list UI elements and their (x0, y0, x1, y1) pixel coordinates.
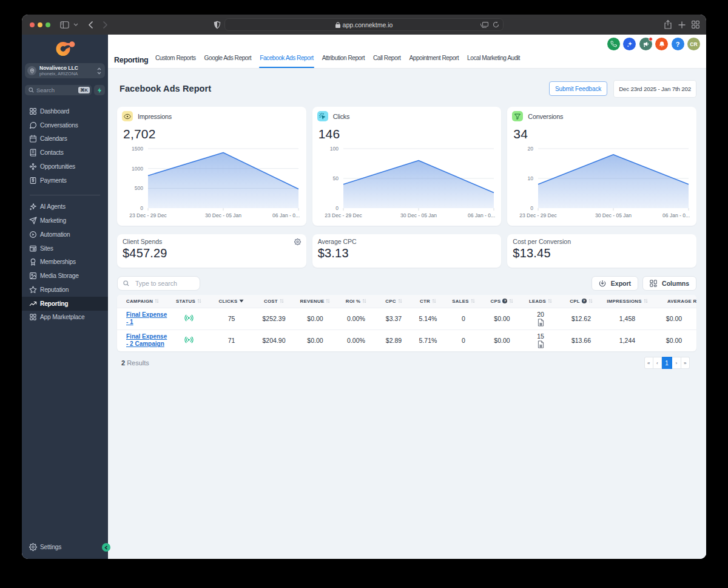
forward-icon[interactable] (103, 21, 108, 29)
tab-attribution-report[interactable]: Attribution Report (318, 55, 369, 68)
reporting-icon (29, 300, 37, 308)
marketing-icon (29, 217, 37, 225)
column-header-impressions[interactable]: IMPRESSIONS (603, 295, 652, 308)
svg-text:23 Dec - 29 Dec: 23 Dec - 29 Dec (325, 212, 362, 218)
campaign-link[interactable]: Final Expense - 2 Campaign (126, 333, 168, 348)
column-header-cpc[interactable]: CPC (376, 295, 411, 308)
export-button[interactable]: Export (592, 276, 638, 291)
table-search-input[interactable]: Type to search (117, 276, 200, 291)
account-location: phoneix, ARIZONA (39, 71, 97, 76)
sidebar-item-opportunities[interactable]: Opportunities (22, 160, 108, 174)
column-header-status[interactable]: STATUS (168, 295, 209, 308)
pagination-prev-button[interactable]: ‹ (653, 357, 662, 369)
table-body: Final Expense - 175$252.39$0.000.00%$3.3… (117, 308, 696, 351)
help-icon[interactable]: ? (672, 38, 684, 50)
page-preview-icon[interactable] (480, 22, 488, 28)
stat-card-header: Impressions (122, 111, 302, 121)
sidebar-collapse-button[interactable] (102, 543, 110, 552)
sidebar-item-app-marketplace[interactable]: App Marketplace (22, 311, 108, 325)
column-header-average_revenue[interactable]: AVERAGE REVENUE (652, 295, 696, 308)
tab-group-chevron-icon[interactable] (73, 23, 78, 26)
sidebar-item-label: Sites (40, 245, 53, 252)
sidebar-item-label: Memberships (40, 259, 76, 265)
date-range-picker[interactable]: Dec 23rd 2025 - Jan 7th 202 (613, 80, 696, 98)
columns-label: Columns (662, 280, 689, 287)
sidebar-item-contacts[interactable]: Contacts (22, 146, 108, 160)
sidebar-search-input[interactable]: Search ⌘K (25, 85, 92, 95)
app-body: Novaliveco LLC phoneix, ARIZONA Search ⌘… (22, 35, 706, 559)
address-bar[interactable]: app.connektme.io (224, 18, 504, 31)
privacy-shield-icon[interactable] (214, 21, 221, 29)
sidebar-item-conversations[interactable]: Conversations (22, 118, 108, 132)
pagination-page-1-button[interactable]: 1 (662, 357, 672, 369)
sidebar-item-reporting[interactable]: Reporting (22, 297, 108, 311)
sidebar-item-memberships[interactable]: Memberships (22, 255, 108, 269)
column-header-cpl[interactable]: CPL? (559, 295, 603, 308)
cell-ctr: 5.14% (411, 308, 445, 329)
sidebar-item-sites[interactable]: Sites (22, 242, 108, 255)
sidebar-item-settings[interactable]: Settings (22, 540, 108, 554)
column-header-roi[interactable]: ROI % (336, 295, 376, 308)
ai-sparkle-icon[interactable] (623, 38, 636, 50)
tab-appointment-report[interactable]: Appointment Report (405, 55, 463, 68)
minimize-window-icon[interactable] (38, 22, 42, 27)
campaign-link[interactable]: Final Expense - 1 (126, 311, 168, 326)
notifications-bell-icon[interactable] (655, 38, 668, 50)
tab-google-ads-report[interactable]: Google Ads Report (200, 55, 256, 68)
columns-button[interactable]: Columns (642, 276, 696, 291)
cell-clicks: 71 (209, 329, 254, 351)
app-marketplace-icon (29, 313, 37, 321)
share-icon[interactable] (664, 20, 672, 29)
pagination-last-button[interactable]: » (681, 357, 690, 369)
metric-value: $13.45 (513, 246, 691, 260)
close-window-icon[interactable] (30, 22, 35, 27)
info-icon[interactable]: ? (582, 299, 587, 303)
pagination-first-button[interactable]: « (644, 357, 653, 369)
tab-call-report[interactable]: Call Report (369, 55, 405, 68)
sidebar-toggle-icon[interactable] (60, 21, 69, 29)
status-active-icon (184, 314, 194, 322)
account-switcher[interactable]: Novaliveco LLC phoneix, ARIZONA (25, 63, 105, 78)
zoom-window-icon[interactable] (46, 22, 50, 27)
report-page: Facebook Ads Report Submit Feedback Dec … (108, 69, 706, 559)
column-header-campaign[interactable]: CAMPAIGN (117, 295, 168, 308)
gear-icon[interactable] (294, 238, 301, 245)
tab-facebook-ads-report[interactable]: Facebook Ads Report (255, 55, 317, 68)
tab-custom-reports[interactable]: Custom Reports (151, 55, 200, 68)
reload-icon[interactable] (493, 21, 499, 28)
sidebar-item-marketing[interactable]: Marketing (22, 214, 108, 228)
sidebar-item-automation[interactable]: Automation (22, 228, 108, 242)
info-icon[interactable]: ? (502, 299, 507, 303)
phone-icon[interactable] (607, 38, 620, 50)
submit-feedback-button[interactable]: Submit Feedback (549, 81, 607, 96)
sort-icon (362, 299, 366, 303)
stat-card-clicks: Clicks14605010023 Dec - 29 Dec30 Dec - 0… (312, 107, 502, 226)
status-cell (168, 329, 209, 351)
sort-icon (432, 299, 436, 303)
column-header-cps[interactable]: CPS? (482, 295, 522, 308)
cell-sales: 0 (445, 329, 482, 351)
sidebar-item-dashboard[interactable]: Dashboard (22, 104, 108, 118)
sort-icon (548, 299, 552, 303)
sidebar-item-calendars[interactable]: Calendars (22, 132, 108, 146)
column-header-cost[interactable]: COST (254, 295, 294, 308)
back-icon[interactable] (88, 21, 93, 29)
tab-overview-icon[interactable] (692, 21, 699, 29)
tab-local-marketing-audit[interactable]: Local Marketing Audit (463, 55, 524, 68)
column-header-ctr[interactable]: CTR (411, 295, 445, 308)
column-header-revenue[interactable]: REVENUE (294, 295, 336, 308)
sidebar-item-label: Contacts (40, 149, 64, 156)
ai-assistant-button[interactable] (94, 85, 105, 95)
column-header-clicks[interactable]: CLICKS (209, 295, 254, 308)
column-header-sales[interactable]: SALES (445, 295, 482, 308)
user-avatar[interactable]: CR (687, 38, 700, 50)
pagination-next-button[interactable]: › (672, 357, 681, 369)
sidebar-item-reputation[interactable]: Reputation (22, 283, 108, 297)
announcements-icon[interactable] (639, 38, 652, 50)
leads-report-icon (538, 319, 544, 326)
sidebar-item-media-storage[interactable]: Media Storage (22, 269, 108, 283)
sidebar-item-ai-agents[interactable]: AI Agents (22, 200, 108, 214)
sidebar-item-payments[interactable]: Payments (22, 174, 108, 188)
column-header-leads[interactable]: LEADS (522, 295, 559, 308)
new-tab-icon[interactable] (678, 21, 686, 29)
